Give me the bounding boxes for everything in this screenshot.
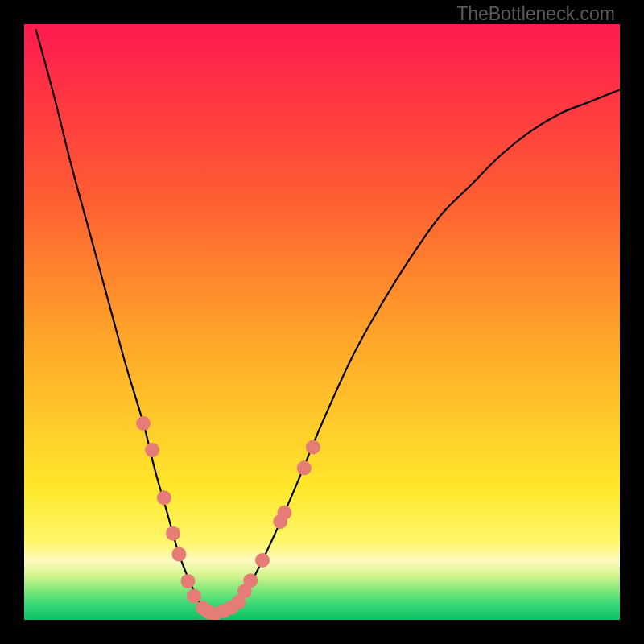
marker-dot — [136, 416, 151, 431]
frame-bottom — [0, 620, 644, 644]
frame-right — [620, 0, 644, 644]
plot-area — [24, 24, 620, 620]
watermark-text: TheBottleneck.com — [456, 3, 615, 25]
marker-dot — [306, 440, 320, 454]
marker-dot — [297, 460, 312, 475]
marker-dot — [181, 574, 196, 588]
frame-left — [0, 0, 24, 644]
marker-dot — [171, 547, 186, 562]
chart-stage: TheBottleneck.com — [0, 0, 644, 644]
marker-dot — [145, 443, 159, 457]
marker-dot — [255, 553, 270, 568]
marker-dot — [157, 490, 171, 505]
marker-dot — [187, 588, 201, 603]
marker-dot — [277, 506, 291, 520]
chart-svg — [24, 24, 620, 620]
marker-dot — [166, 526, 180, 541]
marker-dot — [243, 573, 258, 588]
